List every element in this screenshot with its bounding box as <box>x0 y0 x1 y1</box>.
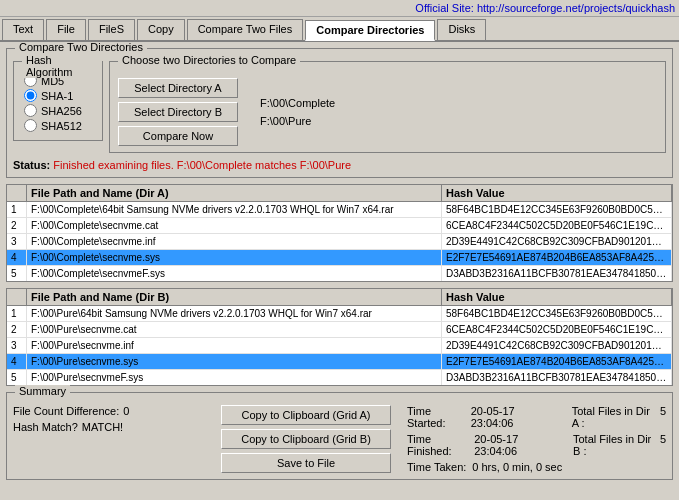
grid-b-cell-num-2: 2 <box>7 322 27 337</box>
grid-a-cell-num-5: 5 <box>7 266 27 281</box>
time-started-row: Time Started: 20-05-17 23:04:06 Total Fi… <box>407 405 666 429</box>
grid-b-cell-num-3: 3 <box>7 338 27 353</box>
grid-a-cell-num-4: 4 <box>7 250 27 265</box>
time-started-value: 20-05-17 23:04:06 <box>471 405 550 429</box>
grid-a-cell-path-5: F:\00\Complete\secnvmeF.sys <box>27 266 442 281</box>
dir-choose-group: Choose two Directories to Compare Select… <box>109 61 666 153</box>
copy-clipboard-a-button[interactable]: Copy to Clipboard (Grid A) <box>221 405 391 425</box>
compare-dirs-section: Compare Two Directories Hash Algorithm M… <box>6 48 673 178</box>
grid-b-row-5[interactable]: 5 F:\00\Pure\secnvmeF.sys D3ABD3B2316A11… <box>7 370 672 385</box>
tab-copy[interactable]: Copy <box>137 19 185 40</box>
grid-a-cell-path-4: F:\00\Complete\secnvme.sys <box>27 250 442 265</box>
file-count-row: File Count Difference: 0 <box>13 405 213 417</box>
summary-left: File Count Difference: 0 Hash Match? MAT… <box>13 405 213 433</box>
grid-a-cell-num-3: 3 <box>7 234 27 249</box>
file-count-value: 0 <box>123 405 129 417</box>
summary-section: Summary File Count Difference: 0 Hash Ma… <box>6 392 673 480</box>
grid-a-col-num <box>7 185 27 201</box>
main-content: Compare Two Directories Hash Algorithm M… <box>0 42 679 492</box>
grid-b-col-hash: Hash Value <box>442 289 672 305</box>
dir-values: F:\00\Complete F:\00\Pure <box>260 97 335 127</box>
grid-a-cell-num-2: 2 <box>7 218 27 233</box>
summary-middle: Copy to Clipboard (Grid A) Copy to Clipb… <box>221 405 391 473</box>
radio-sha512[interactable]: SHA512 <box>24 119 92 132</box>
compare-now-button[interactable]: Compare Now <box>118 126 238 146</box>
grid-a-cell-num-1: 1 <box>7 202 27 217</box>
total-a-label: Total Files in Dir A : <box>572 405 654 429</box>
tab-file[interactable]: File <box>46 19 86 40</box>
grid-a-cell-path-3: F:\00\Complete\secnvme.inf <box>27 234 442 249</box>
grid-b-cell-num-1: 1 <box>7 306 27 321</box>
grid-a-cell-hash-1: 58F64BC1BD4E12CC345E63F9260B0BD0C5728C33 <box>442 202 672 217</box>
file-count-label: File Count Difference: <box>13 405 119 417</box>
time-finished-row: Time Finished: 20-05-17 23:04:06 Total F… <box>407 433 666 457</box>
grid-a-header: File Path and Name (Dir A) Hash Value <box>7 185 672 202</box>
time-taken-row: Time Taken: 0 hrs, 0 min, 0 sec <box>407 461 666 473</box>
tab-text[interactable]: Text <box>2 19 44 40</box>
grid-b-cell-hash-4: E2F7E7E54691AE874B204B6EA853AF8A4255C5AA <box>442 354 672 369</box>
select-dir-a-button[interactable]: Select Directory A <box>118 78 238 98</box>
total-b-value: 5 <box>660 433 666 457</box>
grid-b-cell-path-3: F:\00\Pure\secnvme.inf <box>27 338 442 353</box>
grid-a-row-5[interactable]: 5 F:\00\Complete\secnvmeF.sys D3ABD3B231… <box>7 266 672 281</box>
grid-a-col-path: File Path and Name (Dir A) <box>27 185 442 201</box>
copy-clipboard-b-button[interactable]: Copy to Clipboard (Grid B) <box>221 429 391 449</box>
tab-bar: Text File FileS Copy Compare Two Files C… <box>0 17 679 42</box>
tab-files[interactable]: FileS <box>88 19 135 40</box>
status-text: Finished examining files. F:\00\Complete… <box>53 159 351 171</box>
time-taken-label: Time Taken: <box>407 461 466 473</box>
grid-b-row-3[interactable]: 3 F:\00\Pure\secnvme.inf 2D39E4491C42C68… <box>7 338 672 354</box>
summary-title: Summary <box>15 385 70 397</box>
radio-sha256-input[interactable] <box>24 104 37 117</box>
grid-b-cell-hash-5: D3ABD3B2316A11BCFB30781EAE3478418504D96F <box>442 370 672 385</box>
grid-a-row-1[interactable]: 1 F:\00\Complete\64bit Samsung NVMe driv… <box>7 202 672 218</box>
top-bar: Official Site: http://sourceforge.net/pr… <box>0 0 679 17</box>
hash-algorithm-group: Hash Algorithm MD5 SHA-1 SHA256 SHA512 <box>13 61 103 141</box>
grid-a-row-4[interactable]: 4 F:\00\Complete\secnvme.sys E2F7E7E5469… <box>7 250 672 266</box>
radio-sha1[interactable]: SHA-1 <box>24 89 92 102</box>
dir-group-title: Choose two Directories to Compare <box>118 54 300 66</box>
grid-b: File Path and Name (Dir B) Hash Value 1 … <box>6 288 673 386</box>
tab-compare-two-files[interactable]: Compare Two Files <box>187 19 304 40</box>
radio-sha512-input[interactable] <box>24 119 37 132</box>
grid-a-row-2[interactable]: 2 F:\00\Complete\secnvme.cat 6CEA8C4F234… <box>7 218 672 234</box>
save-to-file-button[interactable]: Save to File <box>221 453 391 473</box>
grid-b-cell-path-5: F:\00\Pure\secnvmeF.sys <box>27 370 442 385</box>
total-a-value: 5 <box>660 405 666 429</box>
grid-b-cell-hash-2: 6CEA8C4F2344C502C5D20BE0F546C1E19C020C5B <box>442 322 672 337</box>
total-b-label: Total Files in Dir B : <box>573 433 654 457</box>
grid-b-cell-hash-1: 58F64BC1BD4E12CC345E63F9260B0BD0C5728C33 <box>442 306 672 321</box>
grid-a-cell-path-1: F:\00\Complete\64bit Samsung NVMe driver… <box>27 202 442 217</box>
grid-b-row-4[interactable]: 4 F:\00\Pure\secnvme.sys E2F7E7E54691AE8… <box>7 354 672 370</box>
grid-a-cell-hash-2: 6CEA8C4F2344C502C5D20BE0F546C1E19C020C5B <box>442 218 672 233</box>
select-dir-b-button[interactable]: Select Directory B <box>118 102 238 122</box>
grid-b-row-2[interactable]: 2 F:\00\Pure\secnvme.cat 6CEA8C4F2344C50… <box>7 322 672 338</box>
status-label: Status: <box>13 159 50 171</box>
grid-a-cell-hash-3: 2D39E4491C42C68CB92C309CFBAD9012014EA2D8 <box>442 234 672 249</box>
hash-match-row: Hash Match? MATCH! <box>13 421 213 433</box>
grid-b-row-1[interactable]: 1 F:\00\Pure\64bit Samsung NVMe drivers … <box>7 306 672 322</box>
grid-b-cell-num-4: 4 <box>7 354 27 369</box>
grid-a: File Path and Name (Dir A) Hash Value 1 … <box>6 184 673 282</box>
time-started-label: Time Started: <box>407 405 465 429</box>
dir-buttons: Select Directory A Select Directory B Co… <box>118 78 238 146</box>
time-taken-value: 0 hrs, 0 min, 0 sec <box>472 461 562 473</box>
hash-match-value: MATCH! <box>82 421 123 433</box>
time-finished-label: Time Finished: <box>407 433 468 457</box>
hash-group-title: Hash Algorithm <box>22 54 102 78</box>
hash-match-label: Hash Match? <box>13 421 78 433</box>
grid-a-cell-hash-5: D3ABD3B2316A11BCFB30781EAE3478418504D96F <box>442 266 672 281</box>
grid-b-col-path: File Path and Name (Dir B) <box>27 289 442 305</box>
grid-b-cell-num-5: 5 <box>7 370 27 385</box>
tab-disks[interactable]: Disks <box>437 19 486 40</box>
grid-a-col-hash: Hash Value <box>442 185 672 201</box>
radio-sha1-input[interactable] <box>24 89 37 102</box>
grid-a-row-3[interactable]: 3 F:\00\Complete\secnvme.inf 2D39E4491C4… <box>7 234 672 250</box>
tab-compare-directories[interactable]: Compare Directories <box>305 20 435 41</box>
radio-sha256[interactable]: SHA256 <box>24 104 92 117</box>
grid-b-col-num <box>7 289 27 305</box>
official-site-link[interactable]: Official Site: http://sourceforge.net/pr… <box>415 2 675 14</box>
summary-right: Time Started: 20-05-17 23:04:06 Total Fi… <box>407 405 666 473</box>
grid-b-cell-path-1: F:\00\Pure\64bit Samsung NVMe drivers v2… <box>27 306 442 321</box>
grid-b-cell-hash-3: 2D39E4491C42C68CB92C309CFBAD9012014EA2D8 <box>442 338 672 353</box>
